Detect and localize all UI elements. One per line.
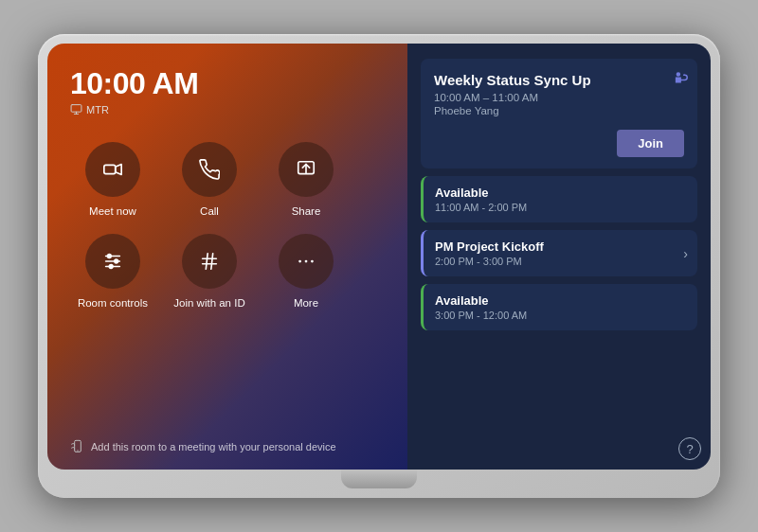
clock: 10:00 AM: [70, 66, 388, 101]
phone-icon: [199, 159, 220, 180]
svg-point-11: [115, 259, 118, 263]
call-circle[interactable]: [182, 142, 237, 197]
more-circle[interactable]: [279, 234, 334, 289]
room-controls-label: Room controls: [78, 296, 148, 310]
share-circle[interactable]: [279, 142, 334, 197]
share-icon: [296, 159, 316, 180]
left-panel: 10:00 AM MTR Meet now: [47, 44, 407, 470]
svg-point-10: [108, 255, 112, 258]
hash-icon: [199, 251, 220, 272]
buttons-grid: Meet now Call: [70, 142, 388, 310]
svg-line-16: [211, 254, 213, 270]
teams-icon: [671, 68, 688, 89]
slot3-title: Available: [435, 293, 686, 308]
join-id-button[interactable]: Join with an ID: [167, 234, 252, 310]
more-label: More: [294, 296, 318, 310]
svg-point-12: [109, 265, 113, 269]
meet-now-button[interactable]: Meet now: [70, 142, 155, 219]
bottom-hint: Add this room to a meeting with your per…: [70, 439, 388, 454]
available-slot-2[interactable]: Available 3:00 PM - 12:00 AM: [421, 284, 697, 330]
slot2-time: 2:00 PM - 3:00 PM: [435, 256, 686, 267]
pm-kickoff-slot[interactable]: PM Project Kickoff 2:00 PM - 3:00 PM ›: [421, 230, 697, 276]
time-display: 10:00 AM MTR: [70, 66, 388, 115]
svg-point-18: [305, 260, 308, 263]
svg-line-15: [206, 254, 208, 270]
slot1-time: 11:00 AM - 2:00 PM: [435, 202, 686, 213]
right-panel: Weekly Status Sync Up 10:00 AM – 11:00 A…: [407, 44, 711, 470]
join-id-label: Join with an ID: [173, 296, 244, 310]
device-outer: 10:00 AM MTR Meet now: [38, 34, 720, 498]
slot2-title: PM Project Kickoff: [435, 239, 686, 254]
share-label: Share: [292, 204, 321, 219]
meeting-title: Weekly Status Sync Up: [434, 72, 684, 88]
call-button[interactable]: Call: [167, 142, 252, 219]
svg-point-19: [311, 260, 314, 263]
meet-now-label: Meet now: [89, 204, 136, 219]
available-slot-1[interactable]: Available 11:00 AM - 2:00 PM: [421, 176, 697, 222]
help-button[interactable]: ?: [678, 437, 701, 460]
svg-marker-4: [116, 165, 121, 175]
join-button[interactable]: Join: [617, 130, 684, 157]
more-button[interactable]: More: [263, 234, 349, 310]
svg-point-17: [298, 260, 301, 263]
meet-now-circle[interactable]: [85, 142, 140, 197]
svg-rect-0: [71, 105, 81, 113]
slot2-chevron-icon: ›: [683, 246, 688, 261]
call-label: Call: [200, 204, 219, 219]
meeting-organizer: Phoebe Yang: [434, 105, 684, 116]
device-screen: 10:00 AM MTR Meet now: [47, 44, 711, 470]
slot3-time: 3:00 PM - 12:00 AM: [435, 310, 686, 321]
monitor-icon: [70, 103, 82, 115]
slot1-title: Available: [435, 186, 686, 200]
current-meeting-card: Weekly Status Sync Up 10:00 AM – 11:00 A…: [421, 59, 697, 168]
meeting-time: 10:00 AM – 11:00 AM: [434, 92, 684, 103]
room-controls-button[interactable]: Room controls: [70, 234, 155, 310]
room-controls-circle[interactable]: [85, 234, 140, 289]
mobile-link-icon: [70, 439, 85, 454]
join-id-circle[interactable]: [182, 234, 237, 289]
more-icon: [296, 251, 316, 272]
sliders-icon: [102, 251, 123, 272]
share-button[interactable]: Share: [263, 142, 349, 219]
svg-rect-3: [104, 165, 116, 173]
mtr-label: MTR: [70, 103, 388, 115]
video-icon: [102, 159, 123, 180]
device-stand: [341, 470, 417, 488]
